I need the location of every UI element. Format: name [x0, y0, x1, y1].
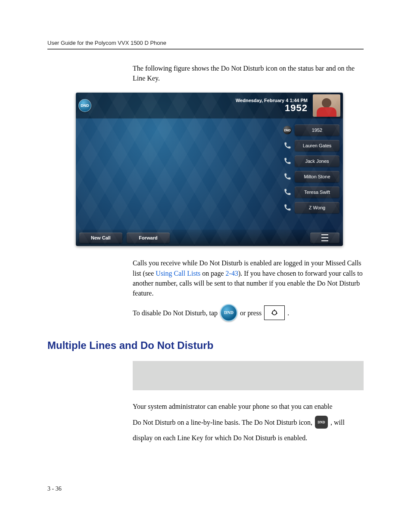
line-key-label: Z Wong: [295, 202, 339, 213]
handset-icon: [283, 187, 292, 197]
avatar: [313, 94, 340, 117]
disable-dnd-line: To disable Do Not Disturb, tap DND or pr…: [133, 304, 364, 321]
menu-icon: [321, 234, 328, 241]
line-key-lauren-gates[interactable]: Lauren Gates: [283, 140, 339, 151]
using-call-lists-link[interactable]: Using Call Lists: [156, 270, 200, 277]
line-key-z-wong[interactable]: Z Wong: [283, 202, 339, 213]
dnd-line-icon: DND: [315, 416, 328, 429]
line-key-1952[interactable]: DND 1952: [283, 124, 339, 136]
page-number: 3 - 36: [47, 485, 62, 492]
dnd-hard-key-icon[interactable]: [264, 305, 285, 320]
status-extension: 1952: [236, 103, 308, 113]
line-key-label: Milton Stone: [295, 171, 339, 182]
new-call-button[interactable]: New Call: [79, 233, 122, 243]
running-header: User Guide for the Polycom VVX 1500 D Ph…: [47, 40, 364, 50]
handset-icon: [283, 141, 292, 150]
line-key-milton-stone[interactable]: Milton Stone: [283, 171, 339, 182]
line-key-label: Jack Jones: [295, 156, 339, 167]
handset-icon: [283, 203, 292, 212]
page-ref-link[interactable]: 2-43: [226, 270, 238, 277]
phone-screen: DND Wednesday, February 4 1:44 PM 1952 D…: [76, 93, 343, 246]
line-key-label: 1952: [295, 124, 339, 136]
line-key-label: Teresa Swift: [295, 187, 339, 198]
handset-icon: [283, 172, 292, 181]
softkey-bar: New Call Forward: [76, 230, 343, 246]
phone-screenshot-figure: DND Wednesday, February 4 1:44 PM 1952 D…: [76, 93, 364, 246]
line-key-teresa-swift[interactable]: Teresa Swift: [283, 187, 339, 198]
line-key-label: Lauren Gates: [295, 140, 339, 151]
svg-point-0: [272, 311, 277, 315]
dnd-status-icon[interactable]: DND: [78, 99, 91, 112]
missed-calls-paragraph: Calls you receive while Do Not Disturb i…: [133, 258, 364, 298]
note-callout: [133, 361, 364, 390]
menu-button[interactable]: [310, 233, 339, 243]
forward-button[interactable]: Forward: [127, 233, 170, 243]
dnd-icon: DND: [283, 125, 292, 135]
section-heading: Multiple Lines and Do Not Disturb: [47, 339, 364, 352]
status-bar: DND Wednesday, February 4 1:44 PM 1952: [76, 93, 343, 118]
dnd-soft-icon[interactable]: DND: [220, 304, 237, 321]
intro-paragraph: The following figure shows the Do Not Di…: [133, 63, 364, 83]
handset-icon: [283, 156, 292, 166]
admin-paragraph: Your system administrator can enable you…: [133, 401, 364, 443]
line-key-jack-jones[interactable]: Jack Jones: [283, 156, 339, 167]
line-keys: DND 1952 Lauren Gates Jack Jones: [283, 124, 339, 213]
